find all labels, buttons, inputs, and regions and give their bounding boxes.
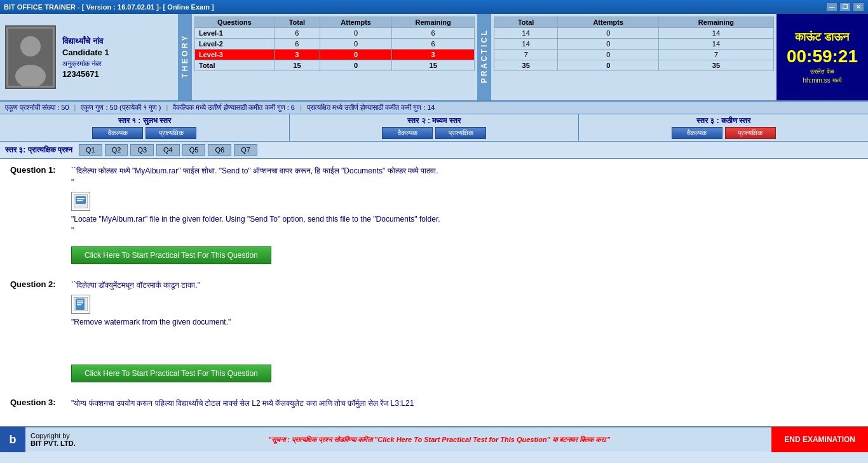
level2-remaining: 6	[392, 39, 475, 50]
level3-attempts: 0	[320, 50, 392, 60]
question-2-icon	[71, 295, 90, 314]
question-1-english: "Locate "MyAlbum.rar" file in the given …	[71, 213, 858, 225]
p-total-total: 35	[494, 60, 558, 71]
main-content: Question 1: ``दिलेल्या फोल्डर मध्ये "MyA…	[0, 159, 868, 426]
level2-practical-btn[interactable]: प्रात्यक्षिक	[435, 127, 486, 139]
candidate-details: विद्यार्थ्यांचे नांव Candidate 1 अनुक्रम…	[62, 36, 109, 79]
svg-point-1	[20, 36, 41, 57]
svg-rect-5	[77, 198, 85, 199]
maximize-button[interactable]: ❐	[839, 3, 851, 11]
p-level1-remaining: 14	[659, 28, 774, 39]
title-bar: BIT OFFICE TRAINER - [ Version : 16.07.0…	[0, 0, 868, 14]
level2-optional-btn[interactable]: वैकल्पक	[382, 127, 433, 139]
qtab-q3[interactable]: Q3	[130, 144, 154, 156]
theory-table: Questions Total Attempts Remaining Level…	[194, 17, 475, 71]
question-2-header: Question 2: ``दिलेल्या डॉक्युमेंटमधून वॉ…	[10, 279, 858, 291]
footer: b Copyright by BIT PVT. LTD. "सूचना : प्…	[0, 426, 868, 452]
question-2-block: Question 2: ``दिलेल्या डॉक्युमेंटमधून वॉ…	[10, 279, 858, 387]
header: विद्यार्थ्यांचे नांव Candidate 1 अनुक्रम…	[0, 14, 868, 102]
passing-practical-info: प्रात्यक्षित मध्ये उत्तीर्ण होण्यासाठी क…	[307, 104, 435, 112]
sep3: |	[300, 104, 302, 112]
question-tabs: स्तर ३: प्रात्यक्षिक प्रश्न Q1 Q2 Q3 Q4 …	[0, 142, 868, 159]
countdown-area: काऊंट डाऊन 00:59:21 उरलेत वेळ hh:mm:ss म…	[776, 14, 868, 100]
app-title: BIT OFFICE TRAINER - [ Version : 16.07.0…	[4, 3, 214, 11]
end-examination-button[interactable]: END EXAMINATION	[771, 427, 868, 452]
level3-optional-btn[interactable]: वैकल्पक	[672, 127, 722, 139]
level2-label: Level-2	[195, 39, 275, 50]
practical-level1-row: 14 0 14	[494, 28, 773, 39]
svg-rect-11	[77, 304, 81, 305]
question-1-icon	[71, 192, 90, 211]
level-tabs: स्तर १ : सुलभ स्तर वैकल्पक प्रात्यक्षिक …	[0, 114, 868, 142]
sep2: |	[166, 104, 168, 112]
pcol-total: Total	[494, 17, 558, 28]
level2-section: स्तर २ : मध्यम स्तर वैकल्पक प्रात्यक्षिक	[290, 114, 580, 141]
question-1-marathi: ``दिलेल्या फोल्डर मध्ये "MyAlbum.rar" फा…	[71, 165, 438, 177]
question-2-start-btn[interactable]: Click Here To Start Practical Test For T…	[71, 365, 271, 382]
question-1-start-btn[interactable]: Click Here To Start Practical Test For T…	[71, 246, 271, 264]
svg-rect-6	[77, 200, 83, 201]
theory-label: T H E O R Y	[178, 14, 192, 100]
svg-rect-10	[77, 302, 83, 304]
qtab-q2[interactable]: Q2	[105, 144, 128, 156]
level3-buttons: वैकल्पक प्रात्यक्षिक	[672, 127, 776, 139]
countdown-time: 00:59:21	[787, 46, 858, 67]
theory-level2-row: Level-2 6 0 6	[195, 39, 475, 50]
qtab-q6[interactable]: Q6	[208, 144, 231, 156]
level1-remaining: 6	[392, 28, 475, 39]
p-level2-remaining: 14	[659, 39, 774, 50]
qtab-q4[interactable]: Q4	[156, 144, 180, 156]
close-button[interactable]: ✕	[853, 3, 864, 11]
col-questions: Questions	[195, 17, 275, 28]
question-3-block: Question 3: "योग्य फंक्शनचा उपयोग करून प…	[10, 398, 858, 409]
question-3-num: Question 3:	[10, 398, 67, 407]
passing-optional-info: वैकल्पिक मध्ये उत्तीर्ण होण्यासाठी कमीत …	[173, 104, 295, 112]
theory-total-remaining: 15	[392, 60, 475, 71]
level1-optional-btn[interactable]: वैकल्पक	[92, 127, 143, 139]
p-level3-total: 7	[494, 50, 558, 60]
question-3-text: "योग्य फंक्शनचा उपयोग करून पहिल्या विद्य…	[71, 398, 414, 409]
question-1-text: ``दिलेल्या फोल्डर मध्ये "MyAlbum.rar" फा…	[71, 165, 438, 188]
theory-total-attempts: 0	[320, 60, 392, 71]
col-attempts: Attempts	[320, 17, 392, 28]
level2-buttons: वैकल्पक प्रात्यक्षिक	[382, 127, 486, 139]
minimize-button[interactable]: —	[826, 3, 837, 11]
level3-practical-btn[interactable]: प्रात्यक्षिक	[725, 127, 776, 139]
total-questions-info: एकूण प्रश्नांची संख्या : 50	[5, 104, 69, 112]
p-level2-attempts: 0	[558, 39, 659, 50]
question-2-marathi: ``दिलेल्या डॉक्युमेंटमधून वॉटरमार्क काढू…	[71, 279, 200, 291]
qtab-q5[interactable]: Q5	[182, 144, 206, 156]
level2-total: 6	[274, 39, 320, 50]
avatar	[5, 25, 56, 89]
p-level1-attempts: 0	[558, 28, 659, 39]
practical-level2-row: 14 0 14	[494, 39, 773, 50]
question-2-english: "Remove watermark from the given documen…	[71, 316, 858, 328]
pcol-remaining: Remaining	[659, 17, 774, 28]
candidate-id: 12345671	[62, 69, 109, 79]
level1-practical-btn[interactable]: प्रात्यक्षिक	[146, 127, 196, 139]
total-label: Total	[195, 60, 275, 71]
id-label: अनुक्रमांक नंबर	[62, 60, 109, 68]
p-level2-total: 14	[494, 39, 558, 50]
p-total-remaining: 35	[659, 60, 774, 71]
countdown-sub-unit: hh:mm:ss मध्ये	[803, 77, 841, 84]
info-bar: एकूण प्रश्नांची संख्या : 50 | एकूण गुण :…	[0, 102, 868, 114]
level3-section: स्तर ३ : कठीण स्तर वैकल्पक प्रात्यक्षिक	[579, 114, 868, 141]
sep1: |	[74, 104, 76, 112]
copyright-line1: Copyright by	[31, 432, 107, 440]
question-1-quote-close: "	[71, 177, 438, 188]
theory-total-row: Total 15 0 15	[195, 60, 475, 71]
qtab-q1[interactable]: Q1	[79, 144, 102, 156]
qtab-q7[interactable]: Q7	[234, 144, 257, 156]
level2-title: स्तर २ : मध्यम स्तर	[407, 116, 460, 125]
level1-buttons: वैकल्पक प्रात्यक्षिक	[92, 127, 196, 139]
footer-notice: "सूचना : प्रात्यक्षिक प्रश्न सोडविण्या क…	[107, 436, 771, 444]
logo-icon: b	[10, 433, 17, 446]
question-1-num: Question 1:	[10, 165, 67, 175]
level1-total: 6	[274, 28, 320, 39]
question-1-block: Question 1: ``दिलेल्या फोल्डर मध्ये "MyA…	[10, 165, 858, 269]
practical-level3-row: 7 0 7	[494, 50, 773, 60]
copyright-line2: BIT PVT. LTD.	[31, 440, 107, 447]
countdown-sub-label: उरलेत वेळ	[810, 68, 834, 76]
total-marks-info: एकूण गुण : 50 (प्रत्येकी १ गुण )	[81, 104, 161, 112]
